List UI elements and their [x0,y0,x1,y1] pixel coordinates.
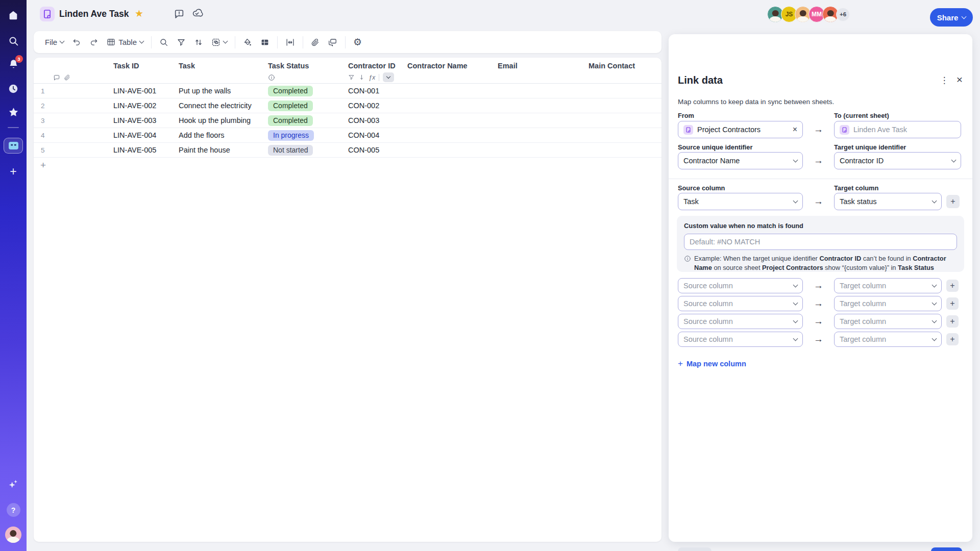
row-number[interactable]: 3 [34,117,112,124]
fill-color-icon[interactable] [239,38,256,47]
filter-icon[interactable] [173,38,190,47]
column-header-contractor-name[interactable]: Contractor Name [406,62,497,70]
panel-more-icon[interactable]: ⋮ [938,75,950,86]
status-chip[interactable]: In progress [268,130,314,141]
add-mapping-button[interactable]: + [946,195,960,208]
custom-value-input[interactable] [684,234,957,250]
column-formula-icon[interactable]: ƒx [369,74,375,81]
share-button[interactable]: Share [930,8,973,27]
cell-task-status[interactable]: Completed [267,115,347,126]
map-new-column-link[interactable]: + Map new column [678,359,746,369]
row-comment-icon[interactable] [53,74,60,81]
column-sort-icon[interactable] [358,74,365,81]
cell-contractor-id[interactable]: CON-002 [347,102,406,110]
add-mapping-button[interactable]: + [946,280,959,292]
column-header-email[interactable]: Email [497,62,587,70]
add-mapping-button[interactable]: + [946,297,959,310]
sort-icon[interactable] [190,38,207,47]
to-sheet-field[interactable]: Linden Ave Task [834,121,961,138]
column-menu-button[interactable] [383,72,394,82]
status-info-icon[interactable] [268,74,275,81]
cell-task[interactable]: Add the floors [178,131,267,139]
cell-contractor-id[interactable]: CON-001 [347,87,406,95]
ai-sparkle-icon[interactable] [0,479,27,490]
cell-task-status[interactable]: Completed [267,101,347,111]
row-attachment-icon[interactable] [64,74,70,81]
help-icon[interactable]: ? [0,503,27,517]
source-uid-select[interactable]: Contractor Name [678,152,803,169]
cell-task-status[interactable]: In progress [267,130,347,141]
search-nav-icon[interactable] [0,36,27,46]
row-number[interactable]: 2 [34,102,112,110]
column-header-task-status[interactable]: Task Status [267,62,347,70]
row-number[interactable]: 1 [34,87,112,95]
cell-task[interactable]: Put up the walls [178,87,267,95]
link-button[interactable]: Link [931,547,962,551]
browse-icon[interactable] [0,138,27,154]
cell-task[interactable]: Paint the house [178,146,267,154]
cell-task-status[interactable]: Not started [267,145,347,156]
cell-task-id[interactable]: LIN-AVE-004 [112,131,178,139]
add-mapping-button[interactable]: + [946,333,959,345]
column-header-contractor-id[interactable]: Contractor ID [347,62,406,70]
saved-cloud-icon[interactable] [191,9,203,22]
cell-contractor-id[interactable]: CON-004 [347,131,406,139]
source-column-select[interactable]: Task [678,193,803,210]
row-number[interactable]: 4 [34,132,112,139]
notifications-icon[interactable]: 3 [0,58,27,71]
add-row-button[interactable]: + [34,158,662,173]
favorites-icon[interactable] [0,107,27,118]
conversations-icon[interactable] [324,38,341,47]
cell-contractor-id[interactable]: CON-005 [347,146,406,154]
view-switcher-table[interactable]: Table [103,38,148,46]
cell-task[interactable]: Hook up the plumbing [178,116,267,124]
column-header-main-contact[interactable]: Main Contact [587,62,662,70]
redo-button[interactable] [85,38,103,47]
cell-task-id[interactable]: LIN-AVE-005 [112,146,178,154]
settings-gear-icon[interactable]: ⚙ [349,36,366,48]
home-icon[interactable] [0,10,27,21]
target-uid-select[interactable]: Contractor ID [834,152,961,169]
status-chip[interactable]: Completed [268,86,313,96]
favorite-star-icon[interactable]: ★ [135,8,143,19]
create-new-icon[interactable]: + [0,165,27,179]
undo-button[interactable] [68,38,85,47]
source-column-select[interactable]: Source column [678,314,803,329]
status-chip[interactable]: Completed [268,115,313,126]
target-column-select[interactable]: Target column [834,296,942,311]
column-header-task[interactable]: Task [178,62,267,70]
cell-contractor-id[interactable]: CON-003 [347,116,406,124]
file-menu[interactable]: File [41,38,68,46]
recents-icon[interactable] [0,83,27,94]
column-width-icon[interactable] [281,38,299,47]
cell-task-id[interactable]: LIN-AVE-002 [112,102,178,110]
target-column-select[interactable]: Task status [834,193,942,210]
column-header-task-id[interactable]: Task ID [112,62,178,70]
target-column-select[interactable]: Target column [834,278,942,293]
cell-format-icon[interactable] [256,38,274,47]
add-mapping-button[interactable]: + [946,315,959,328]
target-column-select[interactable]: Target column [834,332,942,347]
target-column-select[interactable]: Target column [834,314,942,329]
status-chip[interactable]: Completed [268,101,313,111]
source-column-select[interactable]: Source column [678,278,803,293]
comments-status-icon[interactable] [174,9,185,22]
attachment-icon[interactable] [307,38,324,47]
column-filter-icon[interactable] [348,74,355,81]
cell-shortcuts-menu[interactable] [207,38,231,47]
panel-close-icon[interactable]: × [953,73,966,86]
page-title[interactable]: Linden Ave Task [59,9,129,19]
close-button[interactable]: Close [678,547,712,551]
status-chip[interactable]: Not started [268,145,313,156]
search-icon[interactable] [155,38,173,47]
source-column-select[interactable]: Source column [678,332,803,347]
cell-task[interactable]: Connect the electricity [178,102,267,110]
avatar-overflow[interactable]: +6 [836,8,850,21]
row-number[interactable]: 5 [34,146,112,154]
user-avatar[interactable] [0,527,27,543]
clear-from-icon[interactable]: × [793,125,797,134]
cell-task-id[interactable]: LIN-AVE-001 [112,87,178,95]
from-sheet-field[interactable]: Project Contractors × [678,121,803,138]
source-column-select[interactable]: Source column [678,296,803,311]
cell-task-id[interactable]: LIN-AVE-003 [112,116,178,124]
